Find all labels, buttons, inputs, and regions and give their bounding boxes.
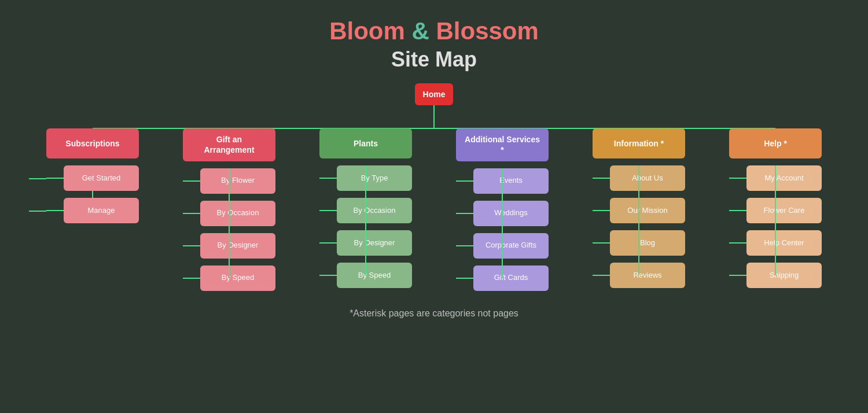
col-gift: Gift an Arrangement By Flower By Occasio…	[165, 128, 293, 290]
by-designer-gift-node[interactable]: By Designer	[200, 233, 275, 259]
home-connector	[433, 105, 435, 128]
blog-node[interactable]: Blog	[610, 230, 685, 256]
corporate-gifts-node[interactable]: Corporate Gifts	[473, 233, 549, 259]
by-occasion-gift-node[interactable]: By Occasion	[200, 201, 275, 226]
help-center-node[interactable]: Help Center	[746, 230, 822, 256]
get-started-node[interactable]: Get Started	[64, 165, 139, 191]
additional-services-node[interactable]: Additional Services *	[456, 128, 549, 161]
list-item: Manage	[46, 198, 139, 223]
by-speed-gift-node[interactable]: By Speed	[200, 266, 275, 291]
title-blossom: Blossom	[436, 17, 538, 45]
col-additional: Additional Services * Events Weddings	[439, 128, 566, 290]
weddings-node[interactable]: Weddings	[473, 201, 549, 226]
by-occasion-plants-node[interactable]: By Occasion	[337, 198, 412, 223]
col-plants: Plants By Type By Occasion	[302, 128, 429, 288]
by-designer-plants-node[interactable]: By Designer	[337, 230, 412, 256]
by-flower-node[interactable]: By Flower	[200, 168, 275, 194]
title-and: &	[411, 17, 429, 45]
about-us-node[interactable]: About Us	[610, 165, 685, 191]
col-subscriptions: Subscriptions Get Started Manage	[29, 128, 156, 223]
my-account-node[interactable]: My Account	[746, 165, 822, 191]
col-information: Information * About Us Our Mission	[575, 128, 703, 288]
our-mission-node[interactable]: Our Mission	[610, 198, 685, 223]
plants-node[interactable]: Plants	[319, 128, 412, 158]
events-node[interactable]: Events	[473, 168, 549, 194]
page-header: Bloom & Blossom Site Map	[329, 17, 539, 72]
tree-wrapper: Subscriptions Get Started Manage	[29, 128, 839, 290]
information-node[interactable]: Information *	[593, 128, 685, 158]
subtitle: Site Map	[329, 47, 539, 72]
home-node[interactable]: Home	[415, 83, 454, 105]
shipping-node[interactable]: Shipping	[746, 263, 822, 288]
footnote: *Asterisk pages are categories not pages	[350, 308, 518, 319]
by-speed-plants-node[interactable]: By Speed	[337, 263, 412, 288]
by-type-node[interactable]: By Type	[337, 165, 412, 191]
col-help: Help * My Account Flower Care	[712, 128, 839, 288]
title-bloom: Bloom	[329, 17, 405, 45]
sitemap: Home Subscriptions	[12, 83, 856, 291]
gift-node[interactable]: Gift an Arrangement	[183, 128, 275, 161]
flower-care-node[interactable]: Flower Care	[746, 198, 822, 223]
gift-cards-node[interactable]: Gift Cards	[473, 266, 549, 291]
list-item: Get Started	[46, 165, 139, 191]
manage-node[interactable]: Manage	[64, 198, 139, 223]
main-title: Bloom & Blossom	[329, 17, 539, 45]
subscriptions-node[interactable]: Subscriptions	[46, 128, 139, 158]
reviews-node[interactable]: Reviews	[610, 263, 685, 288]
help-node[interactable]: Help *	[729, 128, 822, 158]
